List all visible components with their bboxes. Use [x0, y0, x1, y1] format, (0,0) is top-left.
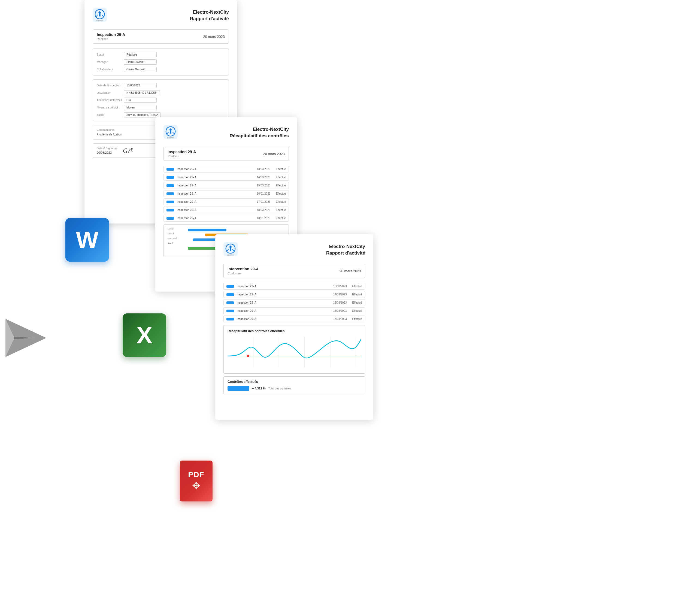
- card3-stats-title: Contrôles effectués: [227, 380, 361, 384]
- send-icon: [0, 313, 55, 368]
- excel-letter: X: [136, 323, 153, 347]
- card1-date-label: Date de l'inspection: [97, 84, 124, 87]
- control-bar: [166, 209, 174, 211]
- card1-statut-value: Réalisée: [124, 52, 157, 57]
- card3-header: COMPANY Electro-NextCity Rapport d'activ…: [223, 242, 365, 258]
- chart-svg: [227, 336, 361, 369]
- svg-text:COMPANY: COMPANY: [167, 137, 174, 139]
- card3-title: Electro-NextCity Rapport d'activité: [243, 243, 365, 256]
- card1-criticite-label: Niveau de criticité: [97, 106, 124, 109]
- card3-stats-section: Contrôles effectués + 4.312 % Total des …: [223, 376, 365, 394]
- card2-title: Electro-NextCity Récapitulatif des contr…: [184, 126, 289, 139]
- card1-anomalies-value: Oui: [124, 98, 157, 103]
- word-icon: W: [65, 218, 115, 267]
- control-bar: [226, 285, 234, 288]
- control-bar: [226, 318, 234, 321]
- stats-progress-bar: [227, 386, 249, 391]
- control-bar: [226, 293, 234, 296]
- card2-inspection-date: 20 mars 2023: [263, 152, 285, 156]
- control-bar: [226, 301, 234, 304]
- card1-collaborateur-label: Collaborateur: [97, 68, 124, 71]
- card2-logo: COMPANY: [163, 125, 179, 140]
- card1-title: Electro-NextCity Rapport d'activité: [113, 9, 229, 22]
- card3-inspection-date: 20 mars 2023: [340, 269, 361, 273]
- pdf-icon: PDF ✥: [180, 461, 215, 504]
- card2-control-list: Inspection 29- A 13/03/2023 Effectué Ins…: [163, 166, 289, 222]
- card1-tache-row: Tâche Suivi du chantier ETFSQA: [97, 112, 225, 117]
- card1-statut-label: Statut: [97, 53, 124, 56]
- card3-inspection-name: Intervention 29-A: [227, 267, 258, 271]
- card1-logo: COMPANY: [93, 8, 108, 24]
- list-item: Inspection 29- A 17/01/2023 Effectué: [163, 198, 289, 205]
- card1-details-section: Date de l'inspection 13/03/2023 Localisa…: [93, 79, 229, 121]
- card1-fields-section: Statut Réalisée Manager Pierre Duviolet …: [93, 48, 229, 75]
- card3-logo: COMPANY: [223, 242, 239, 258]
- card1-tache-value: Suivi du chantier ETFSQA: [124, 112, 161, 117]
- list-item: Inspection 29- A 14/03/2023 Effectué: [163, 174, 289, 181]
- card2-header: COMPANY Electro-NextCity Récapitulatif d…: [163, 125, 289, 140]
- card1-header: COMPANY Electro-NextCity Rapport d'activ…: [93, 8, 229, 24]
- card1-anomalies-label: Anomalies détectées: [97, 99, 124, 102]
- list-item: Inspection 29- A 16/01/2023 Effectué: [163, 190, 289, 197]
- card1-manager-value: Pierre Duviolet: [124, 59, 157, 64]
- control-bar: [166, 176, 174, 179]
- list-item: Inspection 29- A 17/03/2023 Effectué: [223, 316, 365, 323]
- card1-inspection-status: Réalisée: [97, 38, 125, 41]
- svg-text:COMPANY: COMPANY: [227, 254, 234, 256]
- card1-criticite-value: Moyen: [124, 105, 157, 110]
- excel-icon: X: [123, 313, 172, 362]
- card3-control-list: Inspection 29- A 13/03/2023 Effectué Ins…: [223, 283, 365, 323]
- control-bar: [166, 168, 174, 170]
- card1-manager-row: Manager Pierre Duviolet: [97, 59, 225, 64]
- control-bar: [166, 184, 174, 187]
- card1-sig-date: 20/03/2023: [97, 151, 117, 154]
- card1-collaborateur-row: Collaborateur Olivier Maroulit: [97, 67, 225, 72]
- card1-sig-label: Date & Signature: [97, 147, 117, 150]
- card3-chart-title: Récapitulatif des contrôles effectués: [227, 329, 361, 333]
- card1-inspection-block: Inspection 29-A Réalisée 20 mars 2023: [93, 29, 229, 44]
- card1-anomalies-row: Anomalies détectées Oui: [97, 98, 225, 103]
- gantt-bar: [188, 229, 227, 232]
- card1-inspection-name: Inspection 29-A: [97, 32, 125, 37]
- svg-point-10: [247, 355, 249, 357]
- card1-date-value: 13/03/2023: [124, 83, 157, 88]
- list-item: Inspection 29- A 18/01/2023 Effectué: [163, 215, 289, 222]
- control-bar: [166, 200, 174, 203]
- list-item: Inspection 29- A 14/03/2023 Effectué: [223, 291, 365, 298]
- list-item: Inspection 29- A 15/03/2023 Effectué: [223, 299, 365, 306]
- control-bar: [226, 310, 234, 312]
- card3-stats-bar-row: + 4.312 % Total des contrôles: [227, 386, 361, 391]
- card1-sig-image: G𝑟ℓ: [123, 146, 133, 154]
- card3-inspection-block: Intervention 29-A Conforme 20 mars 2023: [223, 264, 365, 278]
- card1-localisation-label: Localisation: [97, 91, 124, 94]
- card-activity-report-2: COMPANY Electro-NextCity Rapport d'activ…: [215, 234, 373, 420]
- pdf-text: PDF: [188, 471, 204, 479]
- card2-inspection-name: Inspection 29-A: [167, 150, 196, 154]
- control-bar: [166, 192, 174, 195]
- stats-total-label: Total des contrôles: [268, 387, 291, 390]
- card1-manager-label: Manager: [97, 60, 124, 63]
- list-item: Inspection 29- A 13/03/2023 Effectué: [163, 166, 289, 173]
- card2-inspection-block: Inspection 29-A Réalisée 20 mars 2023: [163, 147, 289, 161]
- list-item: Inspection 29- A 18/03/2023 Effectué: [163, 207, 289, 213]
- card1-collaborateur-value: Olivier Maroulit: [124, 67, 157, 72]
- list-item: Inspection 29- A 15/03/2023 Effectué: [163, 182, 289, 189]
- card1-tache-label: Tâche: [97, 114, 124, 116]
- card3-chart-section: Récapitulatif des contrôles effectués: [223, 325, 365, 374]
- svg-text:COMPANY: COMPANY: [96, 20, 104, 21]
- card2-inspection-status: Réalisée: [167, 154, 196, 158]
- card1-criticite-row: Niveau de criticité Moyen: [97, 105, 225, 110]
- card1-date-row: Date de l'inspection 13/03/2023: [97, 83, 225, 88]
- stats-percent: + 4.312 %: [252, 387, 266, 390]
- word-letter: W: [76, 228, 98, 252]
- list-item: Inspection 29- A 13/03/2023 Effectué: [223, 283, 365, 290]
- gantt-row: Lundi: [167, 227, 285, 230]
- control-bar: [166, 217, 174, 220]
- card3-inspection-status: Conforme: [227, 272, 258, 275]
- card1-localisation-value: N 48.14305° E 17.13055°: [124, 90, 160, 95]
- card1-localisation-row: Localisation N 48.14305° E 17.13055°: [97, 90, 225, 95]
- card1-statut-row: Statut Réalisée: [97, 52, 225, 57]
- card1-inspection-date: 20 mars 2023: [203, 35, 225, 39]
- list-item: Inspection 29- A 16/03/2023 Effectué: [223, 308, 365, 314]
- pdf-symbol: ✥: [192, 480, 200, 492]
